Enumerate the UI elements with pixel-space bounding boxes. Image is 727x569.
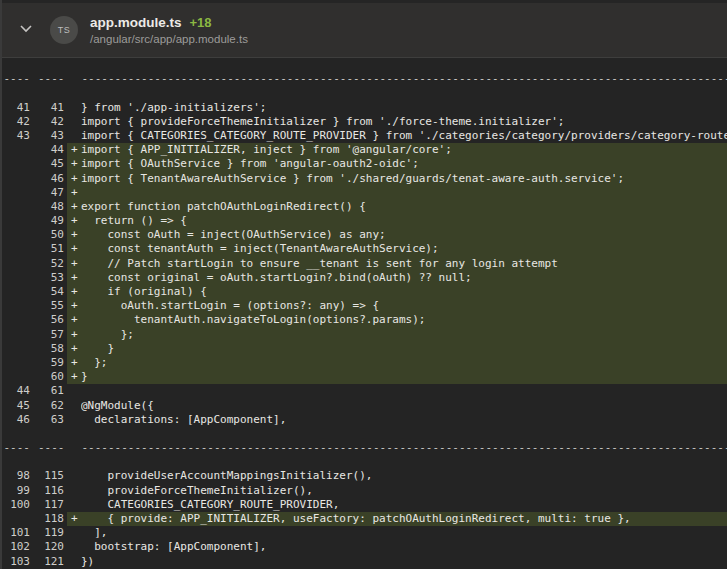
collapse-toggle[interactable] bbox=[2, 20, 50, 40]
diff-marker: + bbox=[67, 257, 81, 271]
diff-row: 4562@NgModule({ bbox=[2, 399, 727, 413]
old-line-number: 98 bbox=[2, 469, 38, 483]
old-line-number bbox=[2, 242, 38, 256]
diff-row: 4141} from './app-initializers'; bbox=[2, 101, 727, 115]
diff-row: 56+ tenantAuth.navigateToLogin(options?.… bbox=[2, 313, 727, 327]
diff-marker: + bbox=[67, 200, 81, 214]
diff-marker bbox=[67, 455, 81, 469]
new-line-number bbox=[38, 86, 65, 100]
old-line-number: 45 bbox=[2, 399, 38, 413]
diff-row bbox=[2, 58, 727, 72]
old-line-number bbox=[2, 328, 38, 342]
old-line-number bbox=[2, 214, 38, 228]
code-text bbox=[81, 58, 727, 72]
new-line-number: 56 bbox=[38, 313, 65, 327]
typescript-file-icon: TS bbox=[50, 16, 78, 44]
old-line-number: ---- bbox=[2, 441, 38, 455]
diff-line-content: }) bbox=[67, 555, 727, 569]
new-line-number: 120 bbox=[38, 540, 65, 554]
old-line-number bbox=[2, 257, 38, 271]
diff-marker bbox=[67, 58, 81, 72]
diff-marker bbox=[67, 384, 81, 398]
diff-line-content: + // Patch startLogin to ensure __tenant… bbox=[67, 257, 727, 271]
diff-line-content: + const oAuth = inject(OAuthService) as … bbox=[67, 228, 727, 242]
diff-row: 99116 provideForceThemeInitializer(), bbox=[2, 484, 727, 498]
diff-line-content: @NgModule({ bbox=[67, 399, 727, 413]
diff-line-content: +export function patchOAuthLoginRedirect… bbox=[67, 200, 727, 214]
diff-line-content: provideUserAccountMappingsInitializer(), bbox=[67, 469, 727, 483]
diff-marker: + bbox=[67, 172, 81, 186]
new-line-number: ---- bbox=[38, 72, 66, 86]
diff-line-content: +} bbox=[67, 370, 727, 384]
new-line-number: 43 bbox=[38, 129, 65, 143]
old-line-number bbox=[2, 356, 38, 370]
new-line-number: 55 bbox=[38, 299, 65, 313]
diff-marker: + bbox=[67, 356, 81, 370]
diff-row: 46+import { TenantAwareAuthService } fro… bbox=[2, 172, 727, 186]
diff-line-content: import { CATEGORIES_CATEGORY_ROUTE_PROVI… bbox=[67, 129, 727, 143]
new-line-number: 58 bbox=[38, 342, 65, 356]
diff-line-content: + } bbox=[67, 342, 727, 356]
diff-row: 45+import { OAuthService } from 'angular… bbox=[2, 157, 727, 171]
diff-marker: + bbox=[67, 214, 81, 228]
diff-line-content: +import { APP_INITIALIZER, inject } from… bbox=[67, 143, 727, 157]
diff-marker bbox=[68, 441, 82, 455]
diff-line-content bbox=[67, 455, 727, 469]
diff-row: 103121}) bbox=[2, 555, 727, 569]
code-text: @NgModule({ bbox=[81, 399, 727, 413]
diff-marker bbox=[67, 484, 81, 498]
code-text: const tenantAuth = inject(TenantAwareAut… bbox=[81, 242, 727, 256]
code-text: import { APP_INITIALIZER, inject } from … bbox=[81, 143, 727, 157]
diff-row: 55+ oAuth.startLogin = (options?: any) =… bbox=[2, 299, 727, 313]
diff-line-content: ----------------------------------------… bbox=[68, 441, 727, 455]
diff-line-content: + { provide: APP_INITIALIZER, useFactory… bbox=[67, 512, 727, 526]
file-name: app.module.ts bbox=[90, 15, 182, 30]
new-line-number: 60 bbox=[38, 370, 65, 384]
diff-row: 47+ bbox=[2, 186, 727, 200]
new-line-number: 116 bbox=[38, 484, 65, 498]
code-text: ----------------------------------------… bbox=[82, 441, 727, 455]
code-text: export function patchOAuthLoginRedirect(… bbox=[81, 200, 727, 214]
diff-row: 4663 declarations: [AppComponent], bbox=[2, 413, 727, 427]
diff-marker: + bbox=[67, 313, 81, 327]
diff-row: 54+ if (original) { bbox=[2, 285, 727, 299]
old-line-number bbox=[2, 200, 38, 214]
diff-row bbox=[2, 455, 727, 469]
code-text: const oAuth = inject(OAuthService) as an… bbox=[81, 228, 727, 242]
diff-line-content: + return () => { bbox=[67, 214, 727, 228]
code-text: oAuth.startLogin = (options?: any) => { bbox=[81, 299, 727, 313]
diff-marker bbox=[67, 413, 81, 427]
diff-line-content: provideForceThemeInitializer(), bbox=[67, 484, 727, 498]
old-line-number bbox=[2, 186, 38, 200]
new-line-number: 50 bbox=[38, 228, 65, 242]
old-line-number: 103 bbox=[2, 555, 38, 569]
code-text bbox=[81, 384, 727, 398]
diff-marker: + bbox=[67, 143, 81, 157]
diff-rows: ----------------------------------------… bbox=[2, 58, 727, 569]
diff-line-content: bootstrap: [AppComponent], bbox=[67, 540, 727, 554]
new-line-number: 115 bbox=[38, 469, 65, 483]
old-line-number bbox=[2, 157, 38, 171]
diff-line-content: + bbox=[67, 186, 727, 200]
chevron-down-icon bbox=[18, 20, 34, 40]
new-line-number: 51 bbox=[38, 242, 65, 256]
new-line-number: 42 bbox=[38, 115, 65, 129]
diff-line-content: + const tenantAuth = inject(TenantAwareA… bbox=[67, 242, 727, 256]
diff-marker: + bbox=[67, 328, 81, 342]
old-line-number bbox=[2, 86, 38, 100]
old-line-number: 41 bbox=[2, 101, 38, 115]
diff-marker bbox=[67, 498, 81, 512]
diff-marker bbox=[67, 86, 81, 100]
code-text: if (original) { bbox=[81, 285, 727, 299]
old-line-number bbox=[2, 299, 38, 313]
code-text: ----------------------------------------… bbox=[82, 72, 727, 86]
diff-marker: + bbox=[67, 370, 81, 384]
diff-line-content: +import { OAuthService } from 'angular-o… bbox=[67, 157, 727, 171]
new-line-number: 44 bbox=[38, 143, 65, 157]
diff-marker: + bbox=[67, 271, 81, 285]
diff-row: 57+ }; bbox=[2, 328, 727, 342]
diff-row: 98115 provideUserAccountMappingsInitiali… bbox=[2, 469, 727, 483]
old-line-number: 46 bbox=[2, 413, 38, 427]
diff-row: 101119 ], bbox=[2, 526, 727, 540]
file-header[interactable]: TS app.module.ts +18 /angular/src/app/ap… bbox=[2, 0, 727, 58]
